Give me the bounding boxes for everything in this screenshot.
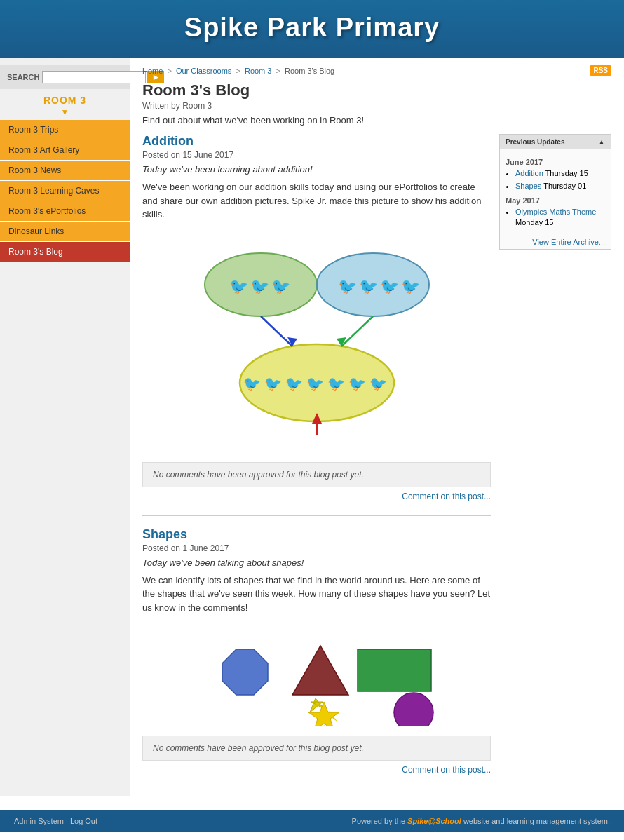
search-label: SEARCH: [7, 73, 39, 81]
breadcrumb-sep1: >: [167, 67, 171, 75]
post-shapes-date: Posted on 1 June 2017: [142, 543, 491, 553]
post-shapes-comment-link: Comment on this post...: [142, 765, 491, 775]
post-shapes-no-comments: No comments have been approved for this …: [142, 736, 491, 761]
post-addition-subtitle: Today we've been learning about addition…: [142, 164, 491, 175]
post-addition-comment-link: Comment on this post...: [142, 492, 491, 501]
room-arrow: ▼: [0, 107, 130, 120]
svg-text:🐦: 🐦: [380, 277, 400, 296]
prev-item-addition: Addition Thursday 15: [515, 168, 605, 179]
svg-text:🐦: 🐦: [359, 277, 379, 296]
footer: Admin System | Log Out Powered by the Sp…: [0, 810, 624, 832]
post-shapes-subtitle: Today we've been talking about shapes!: [142, 557, 491, 568]
svg-text:🐦: 🐦: [306, 375, 324, 392]
prev-month-may: May 2017: [506, 196, 605, 205]
breadcrumb-current: Room 3's Blog: [285, 67, 334, 75]
logout-link[interactable]: Log Out: [70, 817, 97, 825]
sidebar-item-eportfolios[interactable]: Room 3's ePortfolios: [0, 201, 130, 222]
post-divider: [142, 515, 491, 516]
svg-text:🐦: 🐦: [369, 375, 387, 392]
room-label: ROOM 3: [0, 89, 130, 107]
blog-written-by: Written by Room 3: [142, 101, 611, 111]
breadcrumb-sep2: >: [236, 67, 240, 75]
site-header: Spike Park Primary: [0, 0, 624, 58]
post-addition-title[interactable]: Addition: [142, 134, 491, 149]
view-archive-link[interactable]: View Entire Archive...: [532, 238, 605, 246]
prev-item-shapes: Shapes Thursday 01: [515, 181, 605, 191]
prev-date-addition: Thursday 15: [545, 169, 588, 177]
sidebar-item-dinosaur-links[interactable]: Dinosaur Links: [0, 222, 130, 242]
post-shapes-title[interactable]: Shapes: [142, 527, 491, 542]
prev-date-shapes: Thursday 01: [543, 182, 586, 190]
svg-text:🐦: 🐦: [271, 277, 291, 296]
svg-text:🐦: 🐦: [264, 375, 282, 392]
previous-updates-title: Previous Updates: [506, 138, 564, 146]
shapes-diagram-svg: [184, 621, 450, 726]
svg-text:🐦: 🐦: [327, 375, 345, 392]
prev-link-shapes[interactable]: Shapes: [515, 182, 541, 190]
previous-updates-body: June 2017 Addition Thursday 15 Shapes Th…: [500, 149, 611, 235]
svg-marker-24: [292, 646, 348, 695]
previous-updates-box: Previous Updates ▲ June 2017 Addition Th…: [499, 134, 611, 250]
post-addition-body: We've been working on our addition skill…: [142, 180, 491, 222]
breadcrumb-classrooms[interactable]: Our Classrooms: [176, 67, 231, 75]
post-addition: Addition Posted on 15 June 2017 Today we…: [142, 134, 491, 501]
footer-left: Admin System | Log Out: [14, 817, 97, 825]
svg-text:🐦: 🐦: [250, 277, 270, 296]
post-addition-no-comments: No comments have been approved for this …: [142, 462, 491, 487]
sidebar-item-news[interactable]: Room 3 News: [0, 161, 130, 181]
view-archive: View Entire Archive...: [500, 235, 611, 249]
svg-line-5: [341, 316, 373, 346]
footer-powered-by: Powered by the: [352, 817, 405, 825]
prev-date-olympics: Monday 15: [515, 218, 553, 226]
addition-diagram-svg: 🐦 🐦 🐦 🐦 🐦 🐦 🐦 🐦 🐦 🐦: [184, 229, 450, 453]
rss-badge[interactable]: RSS: [590, 65, 611, 76]
content-area: Addition Posted on 15 June 2017 Today we…: [142, 134, 611, 789]
svg-text:🐦: 🐦: [401, 277, 421, 296]
post-shapes: Shapes Posted on 1 June 2017 Today we've…: [142, 527, 491, 775]
blog-posts: Addition Posted on 15 June 2017 Today we…: [142, 134, 491, 789]
post-shapes-comment-button[interactable]: Comment on this post...: [402, 765, 491, 775]
sidebar: SEARCH ► ROOM 3 ▼ Room 3 Trips Room 3 Ar…: [0, 58, 130, 796]
svg-text:🐦: 🐦: [243, 375, 261, 392]
post-addition-date: Posted on 15 June 2017: [142, 150, 491, 160]
svg-text:🐦: 🐦: [338, 277, 358, 296]
prev-link-olympics[interactable]: Olympics Maths Theme: [515, 208, 596, 216]
admin-system-link[interactable]: Admin System: [14, 817, 64, 825]
post-addition-comment-button[interactable]: Comment on this post...: [402, 492, 491, 501]
breadcrumb-sep3: >: [276, 67, 280, 75]
footer-brand: Spike@School: [407, 817, 461, 825]
sidebar-item-learning-caves[interactable]: Room 3 Learning Caves: [0, 181, 130, 201]
search-bar: SEARCH ►: [0, 65, 130, 89]
sidebar-item-art-gallery[interactable]: Room 3 Art Gallery: [0, 140, 130, 161]
previous-updates: Previous Updates ▲ June 2017 Addition Th…: [499, 134, 611, 789]
sidebar-item-blog[interactable]: Room 3's Blog: [0, 242, 130, 262]
post-shapes-body: We can identify lots of shapes that we f…: [142, 574, 491, 615]
breadcrumb-home[interactable]: Home: [142, 67, 163, 75]
shapes-diagram: [142, 621, 491, 729]
svg-line-3: [261, 316, 292, 346]
svg-point-28: [394, 693, 433, 726]
previous-updates-header: Previous Updates ▲: [500, 135, 611, 149]
prev-item-olympics: Olympics Maths Theme Monday 15: [515, 207, 605, 229]
svg-marker-23: [222, 649, 268, 695]
addition-diagram: 🐦 🐦 🐦 🐦 🐦 🐦 🐦 🐦 🐦 🐦: [142, 229, 491, 455]
breadcrumb-room3[interactable]: Room 3: [245, 67, 272, 75]
prev-month-june: June 2017: [506, 158, 605, 166]
svg-text:🐦: 🐦: [229, 277, 249, 296]
svg-text:🐦: 🐦: [348, 375, 366, 392]
blog-title: Room 3's Blog: [142, 81, 611, 100]
footer-right: Powered by the Spike@School website and …: [352, 817, 610, 825]
prev-link-addition[interactable]: Addition: [515, 169, 543, 177]
page-layout: SEARCH ► ROOM 3 ▼ Room 3 Trips Room 3 Ar…: [0, 58, 624, 796]
footer-suffix: website and learning management system.: [463, 817, 610, 825]
svg-rect-25: [358, 649, 431, 691]
svg-text:🐦: 🐦: [285, 375, 303, 392]
main-content: Home > Our Classrooms > Room 3 > Room 3'…: [130, 58, 624, 796]
breadcrumb: Home > Our Classrooms > Room 3 > Room 3'…: [142, 65, 611, 76]
blog-title-area: Room 3's Blog Written by Room 3 Find out…: [142, 81, 611, 126]
site-title: Spike Park Primary: [0, 13, 624, 43]
sidebar-item-trips[interactable]: Room 3 Trips: [0, 120, 130, 140]
blog-description: Find out about what we've been working o…: [142, 115, 611, 126]
footer-sep: |: [66, 817, 68, 825]
previous-updates-triangle: ▲: [598, 138, 605, 146]
